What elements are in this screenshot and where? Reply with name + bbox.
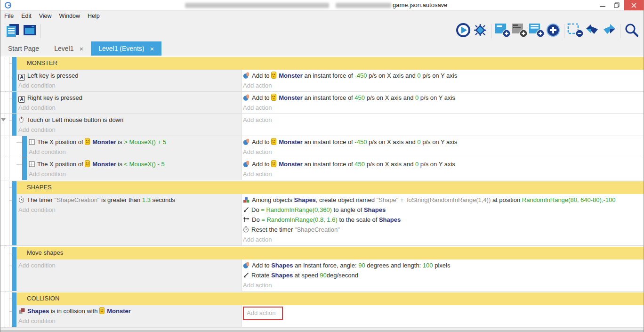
add-condition-link[interactable]: Add condition (18, 125, 238, 135)
debug-button[interactable] (472, 23, 489, 40)
action[interactable]: Add to Shapes an instant force, angle: 9… (243, 260, 641, 270)
add-action-link[interactable]: Add action (247, 308, 275, 318)
add-action-link[interactable]: Add action (243, 280, 641, 290)
action[interactable]: Among objects Shapes, create object name… (243, 195, 641, 205)
event-handle[interactable] (22, 136, 27, 158)
tab-bar: Start PageLevel1×Level1 (Events)× (0, 41, 644, 56)
menu-window[interactable]: Window (59, 12, 85, 20)
add-action-link[interactable]: Add action (243, 169, 641, 179)
event-handle[interactable] (12, 194, 16, 245)
menu-file[interactable]: File (4, 12, 18, 20)
actions-cell: Add to Monster an instant force of -450 … (241, 136, 644, 158)
tab-level1-events-[interactable]: Level1 (Events)× (91, 41, 161, 56)
project-manager-button[interactable] (4, 23, 21, 40)
action[interactable]: Rotate Shapes at speed 90deg/second (243, 270, 641, 280)
menu-edit[interactable]: Edit (21, 12, 36, 20)
add-comment-button[interactable] (511, 23, 528, 40)
undo-button[interactable] (584, 23, 601, 40)
tree-gutter (0, 247, 12, 259)
menu-help[interactable]: Help (88, 12, 105, 20)
condition[interactable]: Touch or Left mouse button is down (18, 115, 238, 125)
conditions-cell: Shapes is in collision with MonsterAdd c… (16, 305, 241, 327)
text-segment: is greater than (99, 196, 142, 203)
add-subevent-button[interactable] (528, 23, 545, 40)
add-condition-link[interactable]: Add condition (18, 260, 238, 270)
event-row: The X position of Monster is < MouseX() … (0, 158, 644, 180)
action[interactable]: Do = RandomInRange(0.8, 1.6) to the scal… (243, 215, 641, 225)
tab-close-icon[interactable]: × (150, 45, 154, 53)
text-segment: Monster (279, 94, 303, 101)
condition[interactable]: The timer "ShapeCreation" is greater tha… (18, 195, 238, 205)
redo-button[interactable] (601, 23, 618, 40)
text-segment: degrees and length: (365, 262, 423, 269)
add-action-link[interactable]: Add action (243, 103, 641, 113)
condition[interactable]: ARight key is pressed (18, 93, 238, 103)
action[interactable]: Add to Monster an instant force of -450 … (243, 137, 641, 147)
project-manager-icon (5, 23, 20, 40)
group-header[interactable]: COLLISION (16, 292, 644, 305)
action[interactable]: Add to Monster an instant force of 450 p… (243, 159, 641, 169)
tree-tick (9, 200, 12, 201)
text-segment: 90 (320, 272, 326, 279)
text-segment: Touch or Left mouse button is down (27, 116, 123, 123)
tree-tick (9, 120, 12, 121)
scene-editor-button[interactable] (21, 23, 38, 40)
restore-button[interactable] (610, 0, 624, 10)
event-handle[interactable] (12, 305, 16, 327)
add-action-link[interactable]: Add action (243, 235, 641, 244)
add-condition-link[interactable]: Add condition (18, 316, 238, 326)
event-handle[interactable] (12, 259, 16, 291)
condition[interactable]: Shapes is in collision with Monster (18, 306, 238, 316)
add-condition-link[interactable]: Add condition (18, 81, 238, 90)
add-new-button[interactable] (545, 23, 562, 40)
event-handle[interactable] (12, 70, 16, 91)
event-handle[interactable] (12, 114, 16, 136)
group-handle[interactable] (12, 57, 16, 70)
condition[interactable]: ALeft key is pressed (18, 71, 238, 81)
add-condition-link[interactable]: Add condition (29, 169, 238, 179)
add-condition-link[interactable]: Add condition (29, 147, 238, 157)
text-segment: Monster (92, 161, 116, 168)
tree-gutter (0, 181, 12, 194)
add-action-link[interactable]: Add action (243, 81, 641, 90)
group-handle[interactable] (12, 181, 16, 194)
play-button[interactable] (455, 23, 472, 40)
tree-line (9, 136, 9, 158)
tab-start-page[interactable]: Start Page (0, 41, 47, 56)
search-button[interactable] (623, 23, 640, 40)
group-header[interactable]: Move shapes (16, 247, 644, 259)
close-button[interactable] (624, 0, 644, 10)
collapse-arrow-icon[interactable] (1, 118, 6, 121)
text-segment: an instant force, angle: (293, 262, 358, 269)
condition[interactable]: The X position of Monster is > MouseX() … (29, 137, 238, 147)
menu-view[interactable]: View (39, 12, 56, 20)
add-condition-link[interactable]: Add condition (18, 103, 238, 113)
event-handle[interactable] (22, 158, 27, 180)
group-header[interactable]: SHAPES (16, 181, 644, 194)
group-handle[interactable] (12, 292, 16, 305)
action[interactable]: Do = RandomInRange(0,360) to angle of Sh… (243, 205, 641, 215)
text-segment: is (116, 138, 124, 146)
action[interactable]: Add to Monster an instant force of 450 p… (243, 93, 641, 103)
add-event-button[interactable] (494, 23, 511, 40)
event-row: The X position of Monster is > MouseX() … (0, 136, 644, 158)
minimize-button[interactable] (596, 0, 610, 10)
group-handle[interactable] (12, 247, 16, 259)
text-segment: at speed (293, 272, 320, 279)
action[interactable]: Add to Monster an instant force of -450 … (243, 71, 641, 81)
add-condition-link[interactable]: Add condition (18, 205, 238, 215)
conditions-cell: ALeft key is pressedAdd condition (16, 70, 241, 91)
add-action-link[interactable]: Add action (243, 147, 641, 157)
tab-close-icon[interactable]: × (79, 45, 83, 53)
condition[interactable]: The X position of Monster is < MouseX() … (29, 159, 238, 169)
group-header[interactable]: MONSTER (16, 57, 644, 70)
event-handle[interactable] (12, 92, 16, 113)
action[interactable]: Reset the timer "ShapeCreation" (243, 225, 641, 235)
key-icon: A (18, 96, 25, 103)
actions-cell: Add action (241, 114, 644, 136)
delete-event-button[interactable] (567, 23, 584, 40)
text-segment: to the scale of (338, 216, 379, 223)
tab-level1[interactable]: Level1× (47, 41, 91, 56)
add-action-link[interactable]: Add action (243, 115, 641, 125)
tab-label: Start Page (8, 45, 39, 52)
